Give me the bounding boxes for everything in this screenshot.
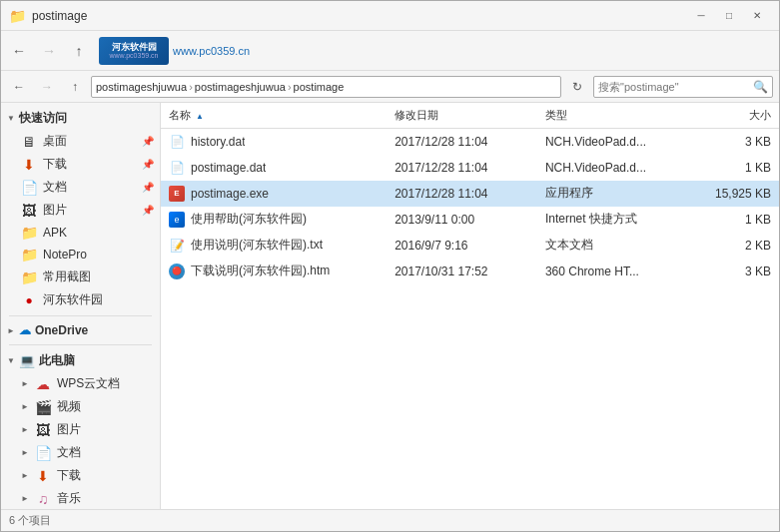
file-icon-postimage-exe: E [169, 186, 185, 202]
file-type-postimage-dat: NCH.VideoPad.d... [545, 161, 696, 175]
sidebar-item-desktop[interactable]: 🖥 桌面 📌 [1, 130, 160, 153]
addr-back-button[interactable]: ← [7, 75, 31, 99]
pc-icon: 💻 [19, 353, 35, 368]
music-chevron: ► [21, 494, 29, 503]
sidebar-item-documents[interactable]: 📄 文档 📌 [1, 176, 160, 199]
status-text: 6 个项目 [9, 513, 51, 528]
file-date-manual-txt: 2016/9/7 9:16 [394, 239, 545, 253]
sidebar-item-downloads[interactable]: ⬇ 下载 📌 [1, 153, 160, 176]
sidebar-item-music[interactable]: ► ♫ 音乐 [1, 487, 160, 509]
col-header-date[interactable]: 修改日期 [394, 108, 545, 123]
up-button[interactable]: ↑ [65, 37, 93, 65]
addr-forward-button[interactable]: → [35, 75, 59, 99]
file-date-postimage-exe: 2017/12/28 11:04 [394, 187, 545, 201]
file-date-download-htm: 2017/10/31 17:52 [394, 265, 545, 278]
file-name-cell-manual-txt: 📝 使用说明(河东软件园).txt [169, 237, 394, 254]
file-size-history-dat: 3 KB [696, 135, 771, 149]
sidebar-label-notepro: NotePro [43, 248, 87, 262]
sidebar-label-desktop: 桌面 [43, 133, 67, 150]
file-type-history-dat: NCH.VideoPad.d... [545, 135, 696, 149]
sidebar-item-pc-downloads[interactable]: ► ⬇ 下载 [1, 464, 160, 487]
sidebar-label-hedong: 河东软件园 [43, 291, 103, 308]
sidebar-item-hedong[interactable]: ● 河东软件园 [1, 288, 160, 311]
sidebar-item-notepro[interactable]: 📁 NotePro [1, 244, 160, 266]
pin-icon-downloads: 📌 [142, 159, 154, 170]
wps-icon: ☁ [35, 376, 51, 392]
addr-up-button[interactable]: ↑ [63, 75, 87, 99]
logo-image: 河东软件园 www.pc0359.cn [99, 37, 169, 65]
pc-chevron: ▼ [7, 356, 15, 365]
title-bar-controls: ─ □ ✕ [687, 6, 771, 26]
file-row-download-htm[interactable]: 🔴 下载说明(河东软件园).htm 2017/10/31 17:52 360 C… [161, 259, 779, 284]
path-part-1[interactable]: postimageshjuwua [96, 81, 187, 93]
toolbar-logo: 河东软件园 www.pc0359.cn [99, 37, 169, 65]
file-row-history-dat[interactable]: 📄 history.dat 2017/12/28 11:04 NCH.Video… [161, 129, 779, 155]
sidebar-section-onedrive: ► ☁ OneDrive [1, 320, 160, 340]
sidebar-item-apk[interactable]: 📁 APK [1, 222, 160, 244]
back-button[interactable]: ← [5, 37, 33, 65]
sidebar-header-pc[interactable]: ▼ 💻 此电脑 [1, 349, 160, 372]
file-icon-download-htm: 🔴 [169, 264, 185, 279]
sidebar-section-quick-access: ▼ 快速访问 🖥 桌面 📌 ⬇ 下载 📌 📄 文档 📌 [1, 107, 160, 311]
sidebar-item-pc-documents[interactable]: ► 📄 文档 [1, 441, 160, 464]
file-icon-help-link: e [169, 212, 185, 228]
minimize-button[interactable]: ─ [687, 6, 715, 26]
col-header-name[interactable]: 名称 ▲ [169, 108, 394, 123]
pin-icon-pictures: 📌 [142, 205, 154, 216]
quick-access-label: 快速访问 [19, 110, 67, 127]
sidebar-divider-1 [9, 315, 152, 316]
quick-access-chevron: ▼ [7, 114, 15, 123]
refresh-button[interactable]: ↻ [565, 75, 589, 99]
file-size-download-htm: 3 KB [696, 265, 771, 278]
sidebar-item-pc-pictures[interactable]: ► 🖼 图片 [1, 418, 160, 441]
title-bar-left: 📁 postimage [9, 8, 87, 24]
search-input[interactable] [598, 81, 753, 93]
music-icon: ♫ [35, 491, 51, 507]
video-icon: 🎬 [35, 399, 51, 415]
sidebar-item-screenshots[interactable]: 📁 常用截图 [1, 266, 160, 288]
hedong-icon: ● [21, 293, 37, 307]
forward-button[interactable]: → [35, 37, 63, 65]
address-path[interactable]: postimageshjuwua › postimageshjuwua › po… [91, 76, 561, 98]
sidebar-item-wps[interactable]: ► ☁ WPS云文档 [1, 372, 160, 395]
col-header-size[interactable]: 大小 [696, 108, 771, 123]
sidebar-label-pc-documents: 文档 [57, 444, 81, 461]
file-row-postimage-dat[interactable]: 📄 postimage.dat 2017/12/28 11:04 NCH.Vid… [161, 155, 779, 181]
documents-icon: 📄 [21, 180, 37, 196]
file-name-cell-history-dat: 📄 history.dat [169, 134, 394, 150]
pc-documents-icon: 📄 [35, 445, 51, 461]
wps-chevron: ► [21, 379, 29, 388]
file-row-help-link[interactable]: e 使用帮助(河东软件园) 2013/9/11 0:00 Internet 快捷… [161, 207, 779, 233]
path-part-2[interactable]: postimageshjuwua [195, 81, 286, 93]
pin-icon-desktop: 📌 [142, 136, 154, 147]
onedrive-label: OneDrive [35, 323, 88, 337]
file-date-help-link: 2013/9/11 0:00 [394, 213, 545, 227]
sidebar-label-video: 视频 [57, 398, 81, 415]
file-name-text-postimage-dat: postimage.dat [191, 161, 266, 175]
path-part-3[interactable]: postimage [294, 81, 345, 93]
file-name-text-history-dat: history.dat [191, 135, 245, 149]
apk-icon: 📁 [21, 225, 37, 241]
onedrive-icon: ☁ [19, 323, 31, 337]
col-header-type[interactable]: 类型 [545, 108, 696, 123]
sidebar-item-video[interactable]: ► 🎬 视频 [1, 395, 160, 418]
file-row-postimage-exe[interactable]: E postimage.exe 2017/12/28 11:04 应用程序 15… [161, 181, 779, 207]
sidebar-label-pc-pictures: 图片 [57, 421, 81, 438]
file-row-manual-txt[interactable]: 📝 使用说明(河东软件园).txt 2016/9/7 9:16 文本文档 2 K… [161, 233, 779, 259]
sidebar-header-onedrive[interactable]: ► ☁ OneDrive [1, 320, 160, 340]
pc-downloads-icon: ⬇ [35, 468, 51, 484]
file-date-postimage-dat: 2017/12/28 11:04 [394, 161, 545, 175]
search-button[interactable]: 🔍 [753, 80, 768, 94]
close-button[interactable]: ✕ [743, 6, 771, 26]
sidebar-item-pictures[interactable]: 🖼 图片 📌 [1, 199, 160, 222]
path-sep-1: › [189, 81, 193, 93]
file-name-text-postimage-exe: postimage.exe [191, 187, 269, 201]
htm-icon: 🔴 [169, 264, 185, 279]
window: 📁 postimage ─ □ ✕ ← → ↑ 河东软件园 www.pc0359… [0, 0, 780, 532]
file-type-help-link: Internet 快捷方式 [545, 211, 696, 228]
maximize-button[interactable]: □ [715, 6, 743, 26]
sidebar-header-quick-access[interactable]: ▼ 快速访问 [1, 107, 160, 130]
sidebar-divider-2 [9, 344, 152, 345]
file-name-text-help-link: 使用帮助(河东软件园) [191, 211, 307, 228]
sidebar-label-downloads: 下载 [43, 156, 67, 173]
